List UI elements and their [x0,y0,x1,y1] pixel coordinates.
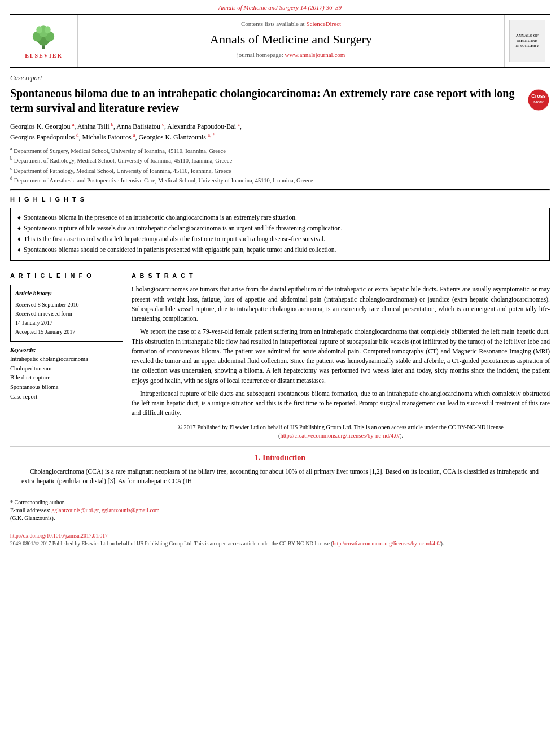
header-right: ANNALS OF MEDICINE & SURGERY [505,15,550,67]
elsevier-tree-icon [27,22,60,50]
abstract-col: A B S T R A C T Cholangiocarcinomas are … [132,272,550,440]
article-info-col: A R T I C L E I N F O Article history: R… [10,272,123,440]
home-label: journal homepage: [237,51,283,58]
svg-point-6 [45,27,51,34]
highlights-section: H I G H L I G H T S ♦ Spontaneous biloma… [10,195,550,261]
email-link-2[interactable]: gglantzounis@gmail.com [102,507,160,513]
article-history-box: Article history: Received 8 September 20… [10,285,123,342]
keywords-label: Keywords: [10,346,123,355]
journal-homepage-line: journal homepage: www.annalsjournal.com [84,51,498,59]
highlights-title: H I G H L I G H T S [10,195,550,204]
bottom-license-link[interactable]: http://creativecommons.org/licenses/by-n… [333,541,440,547]
highlight-text-1: Spontaneous biloma in the presence of an… [24,213,297,222]
abstract-title: A B S T R A C T [132,272,550,280]
footnote-area: * Corresponding author. E-mail addresses… [10,495,550,522]
cc-license-link[interactable]: http://creativecommons.org/licenses/by-n… [280,433,400,439]
top-journal-ref: Annals of Medicine and Surgery 14 (2017)… [0,0,560,14]
kw-3: Bile duct rupture [10,374,50,381]
sci-direct-line: Contents lists available at ScienceDirec… [84,20,498,28]
highlight-text-3: This is the first case treated with a le… [24,234,325,243]
bullet-3: ♦ [18,234,21,243]
highlight-text-4: Spontaneous bilomas should be considered… [24,245,336,254]
copyright-bottom-line: 2049-0801/© 2017 Published by Elsevier L… [10,540,550,548]
affiliations: a Department of Surgery, Medical School,… [10,146,550,185]
logo-line-3: & SURGERY [515,43,539,48]
svg-text:Mark: Mark [533,99,544,104]
affil-a: Department of Surgery, Medical School, U… [14,148,226,154]
doi-line: http://dx.doi.org/10.1016/j.amsu.2017.01… [10,532,550,540]
elsevier-logo: ELSEVIER [25,22,63,60]
corresponding-label: * Corresponding author. [10,499,550,506]
crossmark-badge-icon: Cross Mark [527,89,550,111]
highlight-item-4: ♦ Spontaneous bilomas should be consider… [18,245,542,254]
logo-line-2: MEDICINE [517,38,538,43]
email-link-1[interactable]: gglantzounis@uoi.gr [51,507,99,513]
article-info-title: A R T I C L E I N F O [10,272,123,280]
keywords-box: Keywords: Intrahepatic cholangiocarcinom… [10,346,123,402]
bullet-2: ♦ [18,224,21,233]
kw-5: Case report [10,394,37,400]
article-dates: Received 8 September 2016 Received in re… [15,300,118,337]
logo-line-1: ANNALS OF [516,33,539,38]
highlight-item-1: ♦ Spontaneous biloma in the presence of … [18,213,542,222]
email-label: E-mail addresses: [10,507,50,513]
article-title: Spontaneous biloma due to an intrahepati… [10,86,522,115]
header-left: ELSEVIER [10,15,78,67]
abstract-text: Cholangiocarcinomas are tumors that aris… [132,285,550,418]
kw-4: Spontaneous biloma [10,384,58,390]
date-accepted: Accepted 15 January 2017 [15,329,75,335]
bottom-bar: http://dx.doi.org/10.1016/j.amsu.2017.01… [10,528,550,548]
email-addresses-line: E-mail addresses: gglantzounis@uoi.gr, g… [10,506,550,514]
intro-para-1: Cholangiocarcinoma (CCA) is a rare malig… [21,467,539,487]
divider-mid [10,267,550,267]
keywords-list: Intrahepatic cholangiocarcinoma Choloper… [10,355,123,402]
bullet-4: ♦ [18,245,21,254]
journal-logo-box: ANNALS OF MEDICINE & SURGERY [509,20,545,62]
kw-2: Choloperitoneum [10,365,52,372]
abstract-para-1: Cholangiocarcinomas are tumors that aris… [132,285,550,324]
home-link-text: www.annalsjournal.com [285,51,345,58]
highlight-item-2: ♦ Spontaneous rupture of bile vessels du… [18,224,542,233]
sci-direct-link[interactable]: ScienceDirect [306,20,341,27]
intro-title: Introduction [262,453,305,462]
two-col-layout: A R T I C L E I N F O Article history: R… [10,272,550,440]
author-name-note: (G.K. Glantzounis). [10,514,550,522]
elsevier-text: ELSEVIER [25,52,63,60]
divider-top [10,189,550,191]
affil-d: Department of Anesthesia and Postoperati… [14,177,313,183]
doi-link[interactable]: http://dx.doi.org/10.1016/j.amsu.2017.01… [10,533,108,539]
sci-direct-label: Contents lists available at [241,20,305,27]
bullet-1: ♦ [18,213,21,222]
main-content: Case report Spontaneous biloma due to an… [10,68,550,553]
svg-point-5 [37,27,43,34]
date-received: Received 8 September 2016 [15,302,78,308]
date-revised: 14 January 2017 [15,320,53,326]
affil-b: Department of Radiology, Medical School,… [14,158,232,164]
highlight-item-3: ♦ This is the first case treated with a … [18,234,542,243]
intro-text: Cholangiocarcinoma (CCA) is a rare malig… [21,467,539,487]
date-revised-label: Received in revised form [15,311,72,317]
divider-bottom [10,446,550,447]
case-report-label: Case report [10,73,550,83]
affil-c: Department of Pathology, Medical School,… [14,167,231,173]
highlight-text-2: Spontaneous rupture of bile vessels due … [24,224,343,233]
header-center: Contents lists available at ScienceDirec… [78,15,505,67]
title-area: Spontaneous biloma due to an intrahepati… [10,86,550,121]
authors-line: Georgios K. Georgiou a, Athina Tsili b, … [10,121,550,142]
svg-text:Cross: Cross [531,93,546,99]
abstract-para-3: Intraperitoneal rupture of bile ducts an… [132,389,550,418]
intro-heading: 1. Introduction [10,452,550,464]
journal-title-text: Annals of Medicine and Surgery [84,31,498,49]
history-label: Article history: [15,290,118,298]
abstract-copyright: © 2017 Published by Elsevier Ltd on beha… [132,423,550,441]
highlights-box: ♦ Spontaneous biloma in the presence of … [10,208,550,261]
abstract-para-2: We report the case of a 79-year-old fema… [132,327,550,386]
page-wrapper: Annals of Medicine and Surgery 14 (2017)… [0,0,560,747]
intro-number: 1. [255,453,261,462]
journal-header: ELSEVIER Contents lists available at Sci… [10,14,550,68]
kw-1: Intrahepatic cholangiocarcinoma [10,356,88,362]
